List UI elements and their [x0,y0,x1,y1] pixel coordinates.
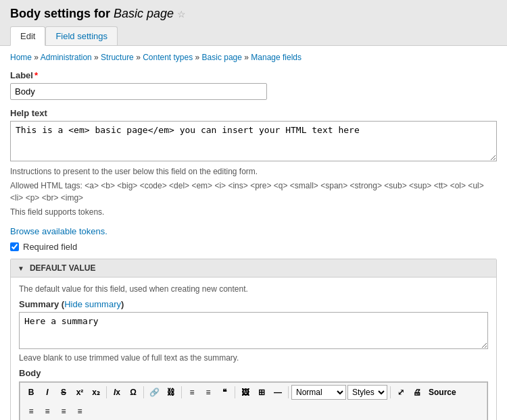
label-input[interactable] [10,83,267,100]
breadcrumb-administration[interactable]: Administration [41,53,92,62]
title-italic: Basic page [114,7,174,20]
help-text-input[interactable] [10,121,497,161]
link-button[interactable]: 🔗 [147,385,162,400]
blockquote-button[interactable]: ❝ [217,385,232,400]
italic-button[interactable]: I [40,385,55,400]
default-value-header: ▼ DEFAULT VALUE [11,259,496,278]
styles-select[interactable]: Styles [347,385,387,400]
required-checkbox[interactable] [10,242,19,251]
label-group: Label* [10,70,497,100]
default-value-section: ▼ DEFAULT VALUE The default value for th… [10,259,497,420]
field-supports-tokens: This field supports tokens. [10,206,497,218]
hr-button[interactable]: — [270,385,285,400]
special-char-button[interactable]: Ω [126,385,141,400]
strikethrough-button[interactable]: S [56,385,71,400]
required-field-group: Required field [10,242,497,252]
page-title: Body settings for Basic page ☆ [10,7,497,21]
tab-edit[interactable]: Edit [10,26,45,46]
bold-button[interactable]: B [24,385,39,400]
toolbar-sep3 [181,386,182,398]
title-prefix: Body settings for [10,7,114,20]
body-editor: B I S x² x₂ Ix Ω 🔗 ⛓ ≡ ≡ ❝ 🖼 [19,382,488,420]
toolbar-sep5 [288,386,289,398]
field-instructions: Instructions to present to the user belo… [10,165,497,178]
remove-format-button[interactable]: Ix [110,385,124,400]
body-editor-label: Body [19,368,488,378]
justify-center-button[interactable]: ≡ [40,404,55,419]
default-value-title: DEFAULT VALUE [30,263,96,273]
default-value-desc: The default value for this field, used w… [19,284,488,294]
maximize-button[interactable]: ⤢ [393,385,408,400]
justify-full-button[interactable]: ≡ [72,404,87,419]
allowed-html: Allowed HTML tags: <a> <b> <big> <code> … [10,180,497,204]
breadcrumb-manage-fields[interactable]: Manage fields [251,53,301,62]
table-button[interactable]: ⊞ [254,385,269,400]
breadcrumb-basic-page[interactable]: Basic page [202,53,242,62]
source-button[interactable]: Source [426,385,459,400]
content-area: Home » Administration » Structure » Cont… [0,46,507,420]
toolbar-sep1 [106,386,107,398]
format-select[interactable]: Normal Heading 1 Heading 2 Heading 3 [291,385,346,400]
browse-tokens-container: Browse available tokens. [10,226,497,236]
label-field-label: Label* [10,70,497,80]
toolbar-row2: ≡ ≡ ≡ ≡ [20,402,487,420]
browse-tokens-link[interactable]: Browse available tokens. [10,226,107,236]
print-button[interactable]: 🖨 [410,385,425,400]
ol-button[interactable]: ≡ [201,385,216,400]
breadcrumb: Home » Administration » Structure » Cont… [10,53,497,62]
toolbar-row1: B I S x² x₂ Ix Ω 🔗 ⛓ ≡ ≡ ❝ 🖼 [20,382,487,402]
help-text-group: Help text Instructions to present to the… [10,108,497,218]
subscript-button[interactable]: x₂ [89,385,103,400]
breadcrumb-home[interactable]: Home [10,53,32,62]
default-value-body: The default value for this field, used w… [11,278,496,420]
toolbar-sep6 [390,386,391,398]
breadcrumb-content-types[interactable]: Content types [143,53,193,62]
help-text-label: Help text [10,108,497,118]
summary-input[interactable] [19,312,488,349]
star-icon[interactable]: ☆ [177,9,186,20]
image-button[interactable]: 🖼 [238,385,253,400]
summary-label: Summary (Hide summary) [19,299,488,309]
unlink-button[interactable]: ⛓ [164,385,178,400]
hide-summary-link[interactable]: Hide summary [64,299,121,309]
required-field-label: Required field [23,242,77,252]
toolbar-sep2 [143,386,144,398]
summary-note: Leave blank to use trimmed value of full… [19,353,488,363]
breadcrumb-structure[interactable]: Structure [101,53,134,62]
page-header: Body settings for Basic page ☆ Edit Fiel… [0,0,507,46]
tabs: Edit Field settings [10,26,497,45]
collapse-triangle[interactable]: ▼ [18,265,24,272]
tab-field-settings[interactable]: Field settings [45,26,118,45]
ul-button[interactable]: ≡ [185,385,199,400]
justify-right-button[interactable]: ≡ [56,404,71,419]
justify-left-button[interactable]: ≡ [24,404,39,419]
superscript-button[interactable]: x² [72,385,87,400]
toolbar-sep4 [235,386,235,398]
